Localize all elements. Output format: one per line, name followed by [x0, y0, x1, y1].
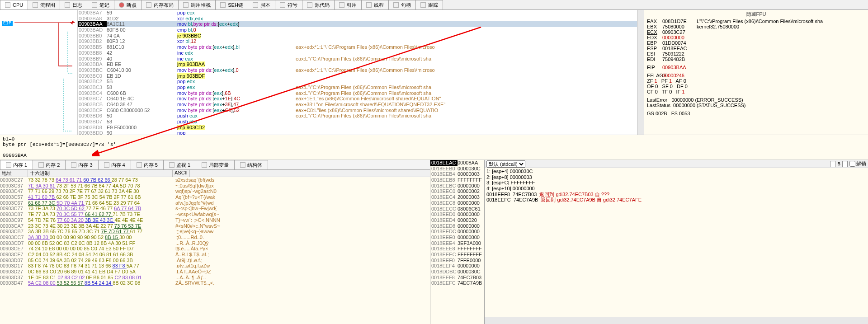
tab-references[interactable]: 引用: [334, 0, 362, 9]
disasm-row[interactable]: 00903BD650push eaxeax:L"\"C:\\Program Fi…: [78, 113, 644, 119]
memory-row[interactable]: 00903C4777 71 66 29 73 70 2F 7E 77 67 32…: [0, 188, 430, 194]
locals-tab[interactable]: 局部变量: [196, 160, 235, 169]
stack-row[interactable]: 0018EEECFFFFFFFF: [430, 252, 484, 258]
memory-row[interactable]: 00903C7773 7E 3A 73 70 3C 5D 62 77 7E 46…: [0, 206, 430, 211]
memory-row[interactable]: 00903CC73A 3B 30 00 00 00 90 90 90 90 52…: [0, 235, 430, 240]
memory-dump[interactable]: 00903C2773 32 78 73 64 73 61 71 60 7B 62…: [0, 177, 430, 324]
memory-row[interactable]: 00903C9754 7D 7E 76 77 60 3A 20 3B 3E 43…: [0, 217, 430, 223]
memory-row[interactable]: 00903CB73A 3B 3B 65 7C 76 65 7D 3C 71 7E…: [0, 229, 430, 235]
disasm-row[interactable]: 00903BC7C640 1E 4Cmov byte ptr ds:[eax+1…: [78, 96, 644, 102]
disasm-row[interactable]: 00903BD8E9 F5000000jmp 903CD2: [78, 125, 644, 131]
stack-row[interactable]: 0018DDBC0000030C: [430, 269, 484, 275]
memory-row[interactable]: 00903CF7C2 04 00 52 8B 4C 24 08 54 24 06…: [0, 252, 430, 258]
mem-tab-3[interactable]: 内存 3: [65, 160, 98, 169]
disasm-row[interactable]: 00903BB5881C10mov byte ptr ds:[eax+edx],…: [78, 44, 644, 50]
disasm-row[interactable]: 00903BAD80FB 00cmp bl,0: [78, 27, 644, 33]
stack-row[interactable]: 0018EEB00000030C: [430, 166, 484, 172]
mem-tab-4[interactable]: 内存 4: [98, 160, 131, 169]
disasm-row[interactable]: 00903BCBC640 38 47mov byte ptr ds:[eax+3…: [78, 102, 644, 108]
tab-callstack[interactable]: 调用堆栈: [178, 0, 216, 9]
stack-row[interactable]: 0018EEAC00008AA: [430, 160, 484, 166]
memory-row[interactable]: 00903D270C 66 83 C0 20 66 89 01 41 41 EB…: [0, 269, 430, 275]
register-row[interactable]: EBP01DD0074: [647, 40, 865, 46]
tab-seh[interactable]: SEH链: [215, 0, 248, 9]
stack-row[interactable]: 0018EEB8FFFFFFFF: [430, 177, 484, 183]
tab-cpu[interactable]: CPU: [0, 0, 28, 9]
tab-memlayout[interactable]: 内存布局: [141, 0, 179, 9]
stack-view[interactable]: 0018EEAC00008AA0018EEB00000030C0018EEB40…: [430, 160, 485, 324]
stack-row[interactable]: 0018EEC000000002: [430, 188, 484, 194]
disasm-row[interactable]: 00903BDD90nop: [78, 130, 644, 135]
tab-flowchart[interactable]: 流程图: [28, 0, 60, 9]
memory-row[interactable]: 00903C877E 77 3A 73 70 3C 55 77 66 41 62…: [0, 211, 430, 217]
disasm-row[interactable]: 00903BD753push ebx: [78, 119, 644, 125]
stack-row[interactable]: 0018EEBC00000000: [430, 183, 484, 189]
tab-script[interactable]: 脚本: [248, 0, 275, 9]
spin-down[interactable]: [830, 161, 835, 167]
stack-row[interactable]: 0018EED40000020: [430, 217, 484, 223]
lock-checkbox[interactable]: 解锁: [849, 160, 866, 167]
disasm-row[interactable]: 00903BB940inc eaxeax:L"\"C:\\Program Fil…: [78, 56, 644, 62]
stack-row[interactable]: 0018EECC08006C61: [430, 206, 484, 212]
memory-row[interactable]: 00903D371E 0E 83 C1 02 83 C2 02 0F B6 01…: [0, 275, 430, 281]
stack-row[interactable]: 0018EEC800000000: [430, 200, 484, 206]
stack-args[interactable]: 1: [esp+4] 0000030C2: [esp+8] 000000033:…: [485, 168, 868, 317]
register-row[interactable]: ECX00903C27: [647, 29, 865, 35]
disasm-row[interactable]: 00903BA831D2xor edx,edx: [78, 16, 644, 22]
memory-row[interactable]: 00903C2773 32 78 73 64 73 61 71 60 7B 62…: [0, 177, 430, 183]
register-row[interactable]: EDI7509482B: [647, 56, 865, 62]
register-row[interactable]: EBX75080000kernel32.75080000: [647, 24, 865, 29]
registers-panel[interactable]: 隐藏FPU EAX008D1D7EL"\"C:\\Program Files (…: [644, 10, 868, 135]
tab-trace[interactable]: 跟踪: [415, 0, 443, 9]
memory-row[interactable]: 00903C6761 66 77 3C 5D 70 4A 71 71 66 64…: [0, 200, 430, 206]
disasm-row[interactable]: 00903BBAEB EEjmp 903BAA: [78, 61, 644, 67]
stack-arg-row[interactable]: 4: [esp+10] 00000000: [486, 186, 866, 192]
tab-source[interactable]: 源代码: [302, 0, 335, 9]
stack-row[interactable]: 0018EEB400000003: [430, 171, 484, 177]
mem-tab-1[interactable]: 内存 1: [0, 160, 33, 169]
stack-row[interactable]: 0018EED800000000: [430, 223, 484, 229]
memory-row[interactable]: 00903D475A C2 08 00 53 52 56 57 8B 54 24…: [0, 280, 430, 286]
mem-tab-5[interactable]: 内存 5: [131, 160, 164, 169]
horizontal-scrollbar[interactable]: [485, 317, 868, 324]
stack-row[interactable]: 0018EEFC74EC7A9B: [430, 280, 484, 286]
disasm-row[interactable]: 00903BCFC680 C8000000 52mov byte ptr ds:…: [78, 108, 644, 113]
memory-row[interactable]: 00903CE774 24 10 E8 00 00 00 00 85 C0 74…: [0, 246, 430, 252]
stack-row[interactable]: 0018EEC420000003: [430, 194, 484, 200]
memory-row[interactable]: 00903D1783 F8 74 76 0C 83 F8 74 31 71 13…: [0, 263, 430, 269]
tab-threads[interactable]: 线程: [361, 0, 389, 9]
tab-symbols[interactable]: 符号: [275, 0, 302, 9]
disasm-row[interactable]: 00903BC0EB 1Djmp 903BDF: [78, 73, 644, 79]
stack-arg-row[interactable]: 2: [esp+8] 00000003: [486, 174, 866, 180]
callconv-select[interactable]: 默认 (stdcall): [486, 160, 525, 168]
tab-handles[interactable]: 句柄: [388, 0, 416, 9]
register-row[interactable]: ESP0018EEAC: [647, 46, 865, 51]
memory-row[interactable]: 00903CD700 00 8B 52 0C 83 C2 0C 8B 12 8B…: [0, 240, 430, 246]
stack-row[interactable]: 0018EEE8FFFFFFFF: [430, 246, 484, 252]
register-row[interactable]: ESI75091222: [647, 51, 865, 56]
memory-row[interactable]: 00903C5741 71 60 7B 62 66 7E 3F 75 3C 54…: [0, 194, 430, 200]
stack-row[interactable]: 0018EEE43EF3A000: [430, 240, 484, 246]
stack-row[interactable]: 0018EEF400000000: [430, 263, 484, 269]
stack-arg-row[interactable]: 3: [esp+C] FFFFFFFF: [486, 180, 866, 186]
disasm-row[interactable]: 00903BC25Bpop ebx: [78, 79, 644, 85]
disasm-row[interactable]: 00903BA759pop ecx: [78, 10, 644, 16]
disassembly-view[interactable]: 00903BA759pop ecx00903BA831D2xor edx,edx…: [78, 10, 644, 135]
stack-row[interactable]: 0018EED000000000: [430, 211, 484, 217]
disasm-row[interactable]: 00903BB074 0Aje 903BBC: [78, 33, 644, 39]
mem-tab-2[interactable]: 内存 2: [33, 160, 66, 169]
register-row[interactable]: EAX008D1D7EL"\"C:\\Program Files (x86)\\…: [647, 19, 865, 24]
memory-row[interactable]: 00903C377E 3A 30 61 73 2F 53 71 66 7B 64…: [0, 183, 430, 189]
memory-row[interactable]: 00903CA723 3C 73 4E 30 23 3E 3B 3A 4E 22…: [0, 223, 430, 229]
disasm-row[interactable]: 00903BBCC60410 00mov byte ptr ds:[eax+ed…: [78, 67, 644, 73]
tab-breakpoints[interactable]: 断点: [114, 0, 142, 9]
disasm-row[interactable]: 00903BB280F3 12xor bl,12: [78, 38, 644, 44]
stack-row[interactable]: 0018EEDC00000000: [430, 229, 484, 235]
spin-up[interactable]: [842, 161, 848, 167]
disasm-row[interactable]: 00903BB842inc edx: [78, 50, 644, 56]
stack-row[interactable]: 0018EEE000000000: [430, 235, 484, 240]
disasm-row[interactable]: 00903BC358pop eaxeax:L"\"C:\\Program Fil…: [78, 85, 644, 90]
tab-log[interactable]: 日志: [60, 0, 87, 9]
register-row[interactable]: EDX00000000: [647, 35, 865, 40]
watch-tab-1[interactable]: 监视 1: [163, 160, 196, 169]
